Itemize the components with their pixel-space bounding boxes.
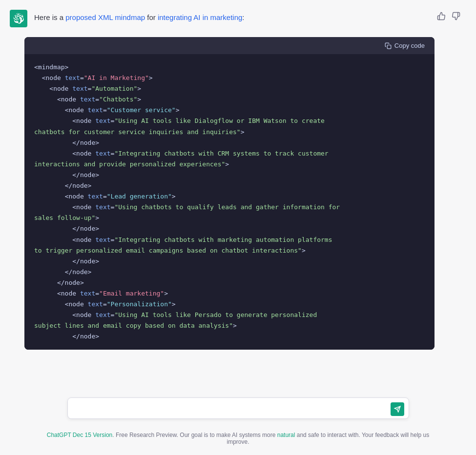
code-header: Copy code bbox=[24, 37, 435, 54]
message-suffix: : bbox=[242, 13, 244, 21]
message-middle: for bbox=[145, 13, 158, 21]
xml-code: <mindmap> <node text="AI in Marketing"> … bbox=[34, 62, 425, 342]
thumbs-up-button[interactable] bbox=[436, 11, 447, 21]
footer-natural: natural bbox=[277, 432, 295, 438]
footer-text1: . Free Research Preview. Our goal is to … bbox=[112, 432, 277, 438]
footer-text: ChatGPT Dec 15 Version. Free Research Pr… bbox=[43, 432, 434, 445]
message-content: Here is a proposed XML mindmap for integ… bbox=[34, 10, 447, 23]
avatar bbox=[10, 10, 27, 27]
svg-rect-0 bbox=[387, 45, 391, 49]
message-input[interactable] bbox=[67, 397, 409, 419]
submit-button[interactable] bbox=[391, 402, 404, 416]
code-content: <mindmap> <node text="AI in Marketing"> … bbox=[24, 54, 435, 350]
chatgpt-version-link[interactable]: ChatGPT Dec 15 Version bbox=[47, 432, 113, 438]
code-block: Copy code <mindmap> <node text="AI in Ma… bbox=[24, 37, 435, 350]
copy-code-label: Copy code bbox=[394, 42, 425, 49]
message-prefix: Here is a bbox=[34, 13, 65, 21]
chatgpt-logo-icon bbox=[13, 13, 24, 24]
message-highlight2: integrating AI in marketing bbox=[158, 13, 242, 21]
input-area bbox=[67, 397, 409, 421]
copy-icon bbox=[385, 42, 392, 49]
message-row: Here is a proposed XML mindmap for integ… bbox=[0, 0, 476, 37]
thumbs-down-icon bbox=[452, 12, 460, 20]
message-text: Here is a proposed XML mindmap for integ… bbox=[34, 12, 447, 23]
message-highlight: proposed XML mindmap bbox=[65, 13, 145, 21]
thumbs-up-icon bbox=[437, 12, 446, 20]
thumbs-down-button[interactable] bbox=[451, 11, 461, 21]
copy-code-button[interactable]: Copy code bbox=[383, 41, 427, 50]
send-icon bbox=[394, 406, 401, 413]
